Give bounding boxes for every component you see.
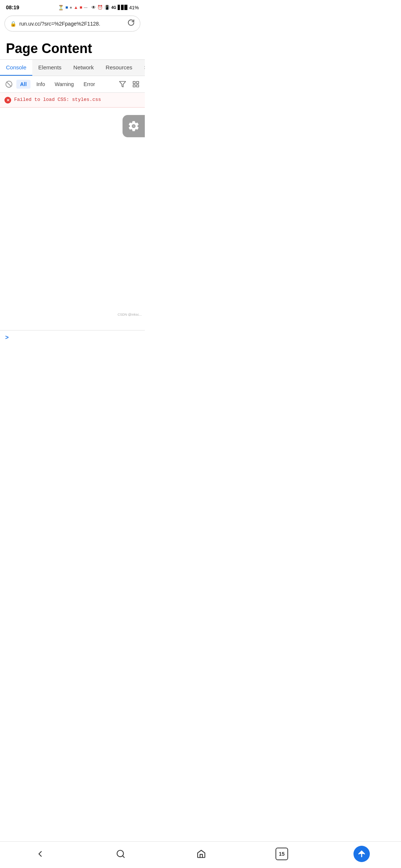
js-chevron-icon: > (5, 334, 9, 341)
signal-4g-icon: 4G (111, 6, 116, 10)
svg-rect-4 (133, 82, 136, 84)
tab-resources[interactable]: Resources (100, 60, 138, 76)
tab-sources[interactable]: Sources (138, 60, 145, 76)
hourglass-icon: ⏳ (58, 5, 64, 10)
app-icon-2: ● (69, 5, 72, 10)
status-bar: 08:19 ⏳ ■ ● ▲ ■ ··· 👁 ⏰ 📳 4G ▋▊▉ 41% (0, 0, 145, 13)
svg-rect-5 (137, 82, 139, 84)
svg-line-2 (7, 82, 11, 86)
console-empty-area (0, 108, 145, 330)
more-icon: ··· (84, 5, 88, 10)
vibrate-icon: 📳 (104, 5, 110, 10)
page-title: Page Content (6, 40, 139, 56)
lock-icon: 🔒 (10, 21, 16, 27)
error-text: Failed to load CSS: styles.css (14, 96, 101, 103)
svg-rect-7 (133, 85, 136, 87)
devtools-gear-button[interactable] (123, 115, 145, 137)
app-icon-3: ▲ (74, 5, 78, 10)
error-icon (4, 97, 11, 103)
devtools-panel: Console Elements Network Resources Sourc… (0, 59, 145, 330)
devtools-tabs: Console Elements Network Resources Sourc… (0, 60, 145, 76)
filter-actions (117, 79, 141, 89)
filter-info-button[interactable]: Info (33, 80, 49, 89)
app-icon-1: ■ (65, 5, 68, 10)
address-bar[interactable]: 🔒 run.uv.cc/?src=%2Fpage%2F1128. (4, 16, 140, 32)
console-error-row: Failed to load CSS: styles.css (4, 96, 140, 103)
url-text: run.uv.cc/?src=%2Fpage%2F1128. (19, 21, 124, 27)
filter-warning-button[interactable]: Warning (51, 80, 78, 89)
tab-console[interactable]: Console (0, 60, 32, 76)
svg-point-0 (133, 125, 134, 127)
battery-indicator: 41% (129, 5, 139, 10)
svg-rect-6 (137, 85, 139, 87)
filter-error-button[interactable]: Error (80, 80, 99, 89)
tab-network[interactable]: Network (68, 60, 100, 76)
js-input-row[interactable]: > (0, 330, 145, 345)
signal-bars-icon: ▋▊▉ (118, 5, 128, 10)
eye-icon: 👁 (91, 5, 96, 10)
alarm-icon: ⏰ (97, 5, 103, 10)
clear-console-button[interactable] (131, 79, 141, 89)
status-icons: ⏳ ■ ● ▲ ■ ··· 👁 ⏰ 📳 4G ▋▊▉ 41% (58, 5, 139, 10)
app-icon-4: ■ (79, 5, 82, 10)
filter-all-button[interactable]: All (16, 80, 30, 89)
filter-funnel-button[interactable] (117, 79, 128, 89)
svg-marker-3 (120, 82, 126, 87)
tab-elements[interactable]: Elements (32, 60, 68, 76)
page-content-area: Page Content (0, 35, 145, 59)
status-time: 08:19 (6, 4, 19, 10)
watermark: CSDN @inksc... (118, 313, 142, 316)
filter-bar: All Info Warning Error (0, 76, 145, 93)
block-filter-button[interactable] (4, 79, 14, 89)
reload-button[interactable] (127, 19, 135, 28)
console-output: Failed to load CSS: styles.css (0, 93, 145, 108)
